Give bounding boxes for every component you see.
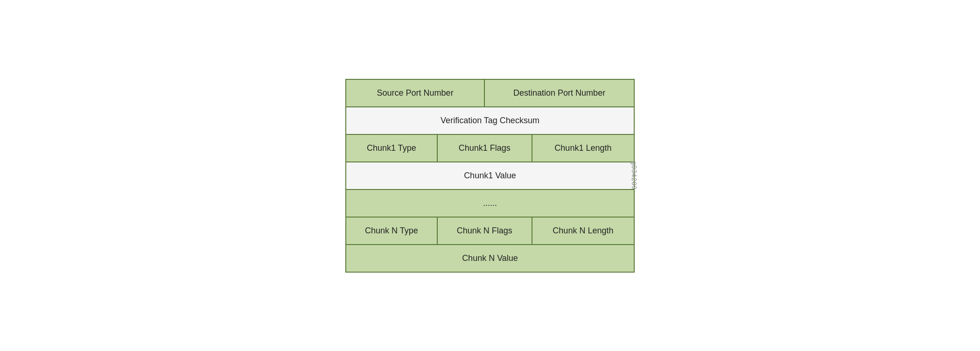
cell-chunk-n-type: Chunk N Type <box>346 217 437 245</box>
table-row: Chunk1 Value <box>346 162 634 190</box>
cell-destination-port-number: Destination Port Number <box>484 79 634 107</box>
table-row: Verification Tag Checksum <box>346 107 634 134</box>
cell-......: ...... <box>346 190 634 217</box>
diagram-container: Source Port NumberDestination Port Numbe… <box>345 79 635 273</box>
watermark-label: g034209 <box>630 161 638 190</box>
cell-chunk-n-value: Chunk N Value <box>346 245 634 272</box>
table-row: Source Port NumberDestination Port Numbe… <box>346 79 634 107</box>
cell-chunk1-flags: Chunk1 Flags <box>437 134 532 162</box>
cell-chunk-n-flags: Chunk N Flags <box>437 217 532 245</box>
cell-chunk1-value: Chunk1 Value <box>346 162 634 190</box>
cell-source-port-number: Source Port Number <box>346 79 484 107</box>
table-row: Chunk N TypeChunk N FlagsChunk N Length <box>346 217 634 245</box>
table-row: Chunk N Value <box>346 245 634 272</box>
table-row: ...... <box>346 190 634 217</box>
cell-chunk1-length: Chunk1 Length <box>532 134 634 162</box>
sctp-diagram: Source Port NumberDestination Port Numbe… <box>345 79 635 273</box>
table-row: Chunk1 TypeChunk1 FlagsChunk1 Length <box>346 134 634 162</box>
cell-verification-tag-checksum: Verification Tag Checksum <box>346 107 634 134</box>
cell-chunk1-type: Chunk1 Type <box>346 134 437 162</box>
cell-chunk-n-length: Chunk N Length <box>532 217 634 245</box>
